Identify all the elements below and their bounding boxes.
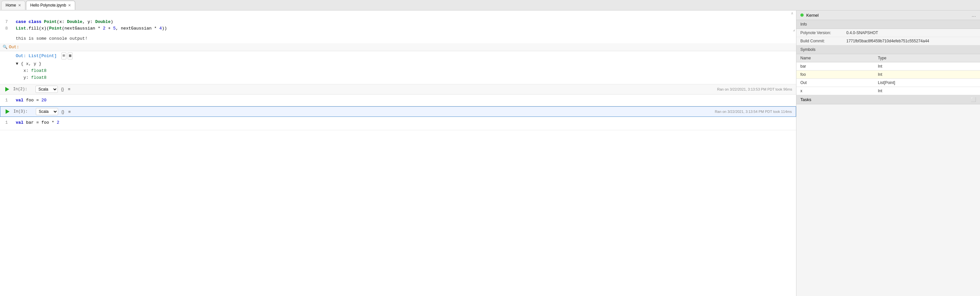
symbol-name-x: x xyxy=(796,87,874,95)
code-line-8: List.fill(x)(Point(nextGaussian * 2 + 5,… xyxy=(16,25,791,32)
tab-home[interactable]: Home ✕ xyxy=(1,1,25,10)
tab-notebook[interactable]: Hello Polynote.ipynb ✕ xyxy=(26,1,75,10)
cell-2-braces-icon[interactable]: {} xyxy=(60,86,65,92)
schema-line-1: ▼ { x, y } xyxy=(16,61,791,68)
search-bar: 🔍 Out: xyxy=(0,43,796,51)
cell-3-braces-icon[interactable]: {} xyxy=(61,109,65,115)
cell-output-partial: ∧ 78 case class Point(x: Double, y: Doub… xyxy=(0,11,796,84)
cell-2-code[interactable]: 1 val foo = 20 xyxy=(0,95,796,106)
cell-3-run-button[interactable] xyxy=(4,108,11,115)
cell-2-run-button[interactable] xyxy=(4,86,11,93)
cell-2-code-line-1: val foo = 20 xyxy=(16,97,791,104)
resize-handle[interactable]: ◢ xyxy=(793,28,795,33)
code-lines-partial: 78 case class Point(x: Double, y: Double… xyxy=(0,16,796,34)
scroll-indicator: ∧ xyxy=(0,11,796,16)
cell-3-line-num: 1 xyxy=(5,119,8,126)
symbol-name-bar: bar xyxy=(796,62,874,71)
cell-3-toolbar: In(3): Scala Python SQL {} ≡ Ran on 3/22… xyxy=(0,106,796,117)
cell-3-language-select[interactable]: Scala Python SQL xyxy=(36,108,58,115)
code-line-7: case class Point(x: Double, y: Double) xyxy=(16,19,791,25)
run-triangle-2-icon xyxy=(6,109,10,114)
kernel-status-dot xyxy=(800,13,803,17)
info-section-header: Info xyxy=(796,20,980,29)
symbol-row-bar: bar Int xyxy=(796,62,980,71)
symbols-table: Name Type bar Int foo Int Out List[Point… xyxy=(796,54,980,95)
cell-2-line-num: 1 xyxy=(5,97,8,104)
symbols-col-name: Name xyxy=(796,54,874,62)
info-val-version: 0.4.0-SNAPSHOT xyxy=(842,29,980,37)
tab-notebook-label: Hello Polynote.ipynb xyxy=(30,3,66,8)
kernel-header: Kernel … xyxy=(796,11,980,20)
symbol-type-out: List[Point] xyxy=(874,79,980,87)
notebook-area[interactable]: ∧ 78 case class Point(x: Double, y: Doub… xyxy=(0,11,796,296)
schema-line-3: y: float8 xyxy=(16,74,791,81)
run-triangle-icon xyxy=(5,87,9,92)
cell-2-menu-icon[interactable]: ≡ xyxy=(67,86,71,92)
symbols-section-header: Symbols xyxy=(796,45,980,54)
cell-2-language-select[interactable]: Scala Python SQL xyxy=(35,85,58,93)
cell-2-label: In(2): xyxy=(13,87,33,92)
tab-bar: Home ✕ Hello Polynote.ipynb ✕ xyxy=(0,0,980,11)
line-numbers-partial: 78 xyxy=(5,19,8,32)
symbol-type-bar: Int xyxy=(874,62,980,71)
tab-home-close[interactable]: ✕ xyxy=(18,4,21,7)
output-schema-area: Out: List[Point] ⊞ ▦ ▼ { x, y } x: float… xyxy=(0,51,796,84)
symbol-row-x: x Int xyxy=(796,87,980,95)
main-layout: ∧ 78 case class Point(x: Double, y: Doub… xyxy=(0,11,980,296)
console-output: this is some console output! xyxy=(0,34,796,43)
cell-3-code[interactable]: 1 val bar = foo * 2 xyxy=(0,117,796,130)
cell-3-run-info: Ran on 3/22/2021, 3:13:54 PM PDT took 11… xyxy=(714,109,792,114)
search-icon: 🔍 xyxy=(3,44,8,49)
symbol-name-out: Out xyxy=(796,79,874,87)
out-type-line: Out: List[Point] ⊞ ▦ xyxy=(16,52,791,60)
table-view-icon[interactable]: ⊞ xyxy=(61,52,66,59)
tasks-section: Tasks ⬜ xyxy=(796,95,980,104)
info-key-commit: Build Commit: xyxy=(796,37,842,45)
info-table: Polynote Version: 0.4.0-SNAPSHOT Build C… xyxy=(796,29,980,45)
info-val-commit: 1771fbf3bac8f6459b710d4efeb751c555274a44 xyxy=(842,37,980,45)
cell-3-label: In(3): xyxy=(13,109,33,114)
chart-view-icon[interactable]: ▦ xyxy=(68,52,73,59)
right-panel: Kernel … Info Polynote Version: 0.4.0-SN… xyxy=(796,11,980,296)
out-icons: ⊞ ▦ xyxy=(61,52,73,59)
tab-notebook-close[interactable]: ✕ xyxy=(68,4,71,7)
kernel-more-icon[interactable]: … xyxy=(972,13,976,18)
symbol-type-x: Int xyxy=(874,87,980,95)
symbol-row-out: Out List[Point] xyxy=(796,79,980,87)
tab-home-label: Home xyxy=(6,3,16,8)
info-row-commit: Build Commit: 1771fbf3bac8f6459b710d4efe… xyxy=(796,37,980,45)
tasks-label: Tasks xyxy=(800,97,811,102)
out-type-label: Out: List[Point] xyxy=(16,54,57,59)
cell-2-toolbar: In(2): Scala Python SQL {} ≡ Ran on 3/22… xyxy=(0,84,796,95)
schema-line-2: x: float8 xyxy=(16,68,791,74)
tasks-expand-icon[interactable]: ⬜ xyxy=(971,97,976,102)
symbol-name-foo: foo xyxy=(796,71,874,79)
cell-2: In(2): Scala Python SQL {} ≡ Ran on 3/22… xyxy=(0,84,796,107)
kernel-title: Kernel xyxy=(806,13,819,18)
info-key-version: Polynote Version: xyxy=(796,29,842,37)
cell-3-menu-icon[interactable]: ≡ xyxy=(68,109,72,115)
out-label-bar: Out: xyxy=(9,44,19,49)
symbol-row-foo: foo Int xyxy=(796,71,980,79)
symbol-type-foo: Int xyxy=(874,71,980,79)
symbols-header-row: Name Type xyxy=(796,54,980,62)
cell-3: In(3): Scala Python SQL {} ≡ Ran on 3/22… xyxy=(0,106,796,130)
symbols-col-type: Type xyxy=(874,54,980,62)
cell-2-run-info: Ran on 3/22/2021, 3:13:53 PM PDT took 96… xyxy=(717,87,792,91)
cell-3-code-line-1: val bar = foo * 2 xyxy=(16,119,791,126)
info-row-version: Polynote Version: 0.4.0-SNAPSHOT xyxy=(796,29,980,37)
